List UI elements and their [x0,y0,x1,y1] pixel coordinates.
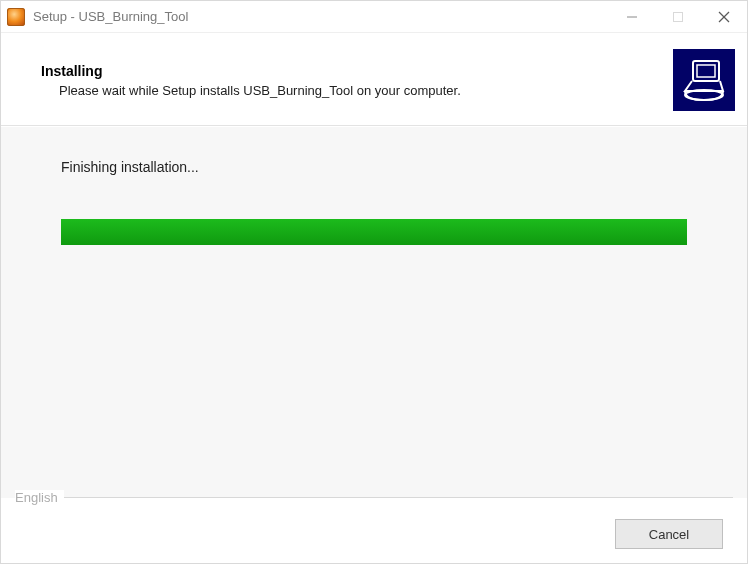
close-button[interactable] [701,1,747,32]
minimize-button[interactable] [609,1,655,32]
minimize-icon [627,12,637,22]
cancel-button[interactable]: Cancel [615,519,723,549]
wizard-content: Finishing installation... [1,126,747,498]
close-icon [718,11,730,23]
maximize-icon [673,12,683,22]
language-label: English [15,490,64,505]
maximize-button [655,1,701,32]
progress-fill [61,219,687,245]
status-text: Finishing installation... [61,159,687,175]
app-icon [7,8,25,26]
wizard-header: Installing Please wait while Setup insta… [1,33,747,126]
titlebar: Setup - USB_Burning_Tool [1,1,747,33]
window-controls [609,1,747,32]
wizard-subtext: Please wait while Setup installs USB_Bur… [41,83,673,98]
wizard-footer: English Cancel [1,490,747,563]
installer-icon [673,49,735,111]
button-row: Cancel [15,519,733,549]
progress-bar [61,219,687,245]
language-divider: English [15,490,733,505]
setup-window: Setup - USB_Burning_Tool Installing Plea… [0,0,748,564]
window-title: Setup - USB_Burning_Tool [33,9,609,24]
wizard-heading: Installing [41,63,673,79]
svg-rect-5 [697,65,715,77]
svg-rect-1 [674,12,683,21]
